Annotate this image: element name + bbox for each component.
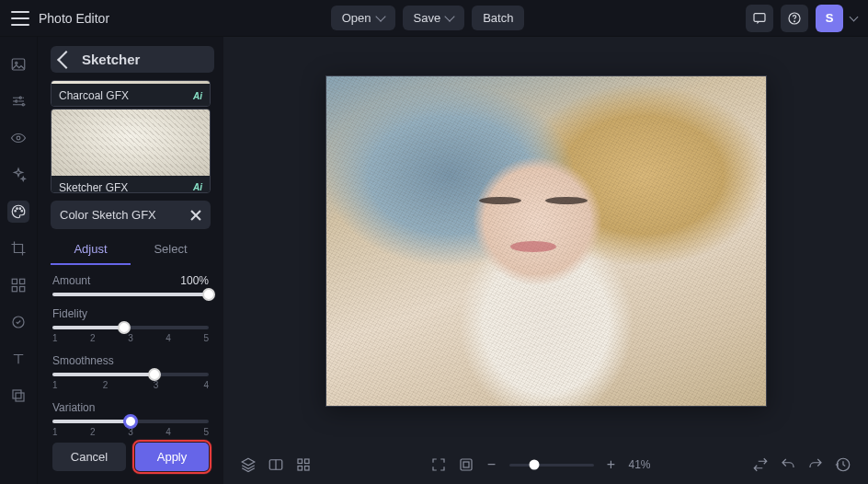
fullscreen-icon[interactable] [430,456,447,473]
svg-rect-3 [12,59,25,70]
fit-icon[interactable] [458,456,474,473]
tab-adjust[interactable]: Adjust [51,235,131,265]
zoom-in-button[interactable]: + [605,458,618,471]
preset-label: Charcoal GFX [59,89,129,102]
tool-rail [0,37,38,484]
account-chevron-icon[interactable] [850,12,859,21]
app-header: Photo Editor Open Save Batch S [0,0,868,37]
ai-badge: Ai [193,91,202,101]
rail-retouch[interactable] [7,311,29,333]
zoom-slider[interactable] [509,464,594,467]
help-button[interactable] [781,5,808,32]
svg-rect-14 [20,279,25,283]
smoothness-track[interactable] [52,373,209,376]
slider-fidelity: Fidelity 12345 [52,307,209,343]
svg-rect-24 [305,467,310,471]
svg-point-5 [19,97,21,98]
rail-palette[interactable] [7,201,29,223]
slider-variation: Variation 12345 [52,401,209,435]
close-icon[interactable] [190,210,201,221]
status-bar: − + 41% [223,445,868,484]
svg-rect-23 [298,467,303,471]
avatar[interactable]: S [816,5,843,32]
rail-sparkles[interactable] [7,164,29,186]
svg-rect-19 [16,393,24,401]
rail-text[interactable] [7,348,29,370]
preset-sketcher[interactable]: Sketcher GFXAi [51,109,211,194]
amount-track[interactable] [52,293,209,296]
comments-button[interactable] [746,5,773,32]
canvas-image[interactable] [326,75,767,407]
apply-button[interactable]: Apply [135,443,209,471]
slider-smoothness: Smoothness 1234 [52,354,209,390]
active-preset-label: Color Sketch GFX [60,208,156,222]
panel-tabs: Adjust Select [51,235,211,265]
rail-layers[interactable] [7,385,29,407]
back-icon[interactable] [57,51,75,69]
split-icon[interactable] [268,456,284,473]
ai-badge: Ai [193,182,202,192]
tab-select[interactable]: Select [131,235,211,265]
svg-point-8 [17,136,20,140]
open-button[interactable]: Open [331,6,395,30]
svg-point-6 [16,100,17,102]
undo-icon[interactable] [780,456,796,473]
app-title: Photo Editor [39,11,109,26]
svg-rect-13 [12,279,17,283]
svg-rect-15 [12,287,17,292]
svg-point-10 [17,208,18,210]
rail-sliders[interactable] [7,90,29,112]
svg-rect-16 [20,287,25,292]
fidelity-track[interactable] [52,326,209,329]
svg-point-2 [794,20,795,21]
preset-label: Sketcher GFX [59,181,128,194]
canvas-area: − + 41% [223,37,868,484]
preset-charcoal[interactable]: Charcoal GFXAi [51,80,211,107]
side-panel: Sketcher Charcoal GFXAi Sketcher GFXAi C… [38,37,223,484]
svg-point-7 [22,104,24,106]
chevron-down-icon [444,11,454,21]
save-button[interactable]: Save [403,6,465,30]
svg-rect-22 [305,459,310,464]
rail-eye[interactable] [7,127,29,149]
zoom-out-button[interactable]: − [485,458,498,471]
chevron-down-icon [375,11,385,21]
svg-point-11 [19,208,21,210]
svg-rect-18 [13,390,21,398]
compare-icon[interactable] [752,456,769,473]
preset-thumb [51,109,210,176]
menu-icon[interactable] [11,11,29,26]
svg-rect-26 [463,462,469,467]
cancel-button[interactable]: Cancel [52,443,126,471]
layers-icon[interactable] [240,456,257,473]
active-preset-header: Color Sketch GFX [51,201,211,229]
svg-rect-21 [298,459,303,464]
history-icon[interactable] [835,456,851,473]
svg-point-12 [21,211,23,213]
svg-point-9 [15,211,17,213]
rail-image[interactable] [7,53,29,75]
svg-rect-25 [461,459,472,470]
panel-title: Sketcher [82,52,140,67]
slider-amount: Amount100% [52,274,209,296]
svg-rect-0 [754,13,765,21]
rail-grid[interactable] [7,274,29,296]
redo-icon[interactable] [807,456,824,473]
batch-button[interactable]: Batch [472,6,524,30]
grid-view-icon[interactable] [295,456,312,473]
zoom-value: 41% [629,458,662,471]
variation-track[interactable] [52,420,209,423]
rail-crop[interactable] [7,237,29,259]
svg-point-4 [16,62,17,63]
